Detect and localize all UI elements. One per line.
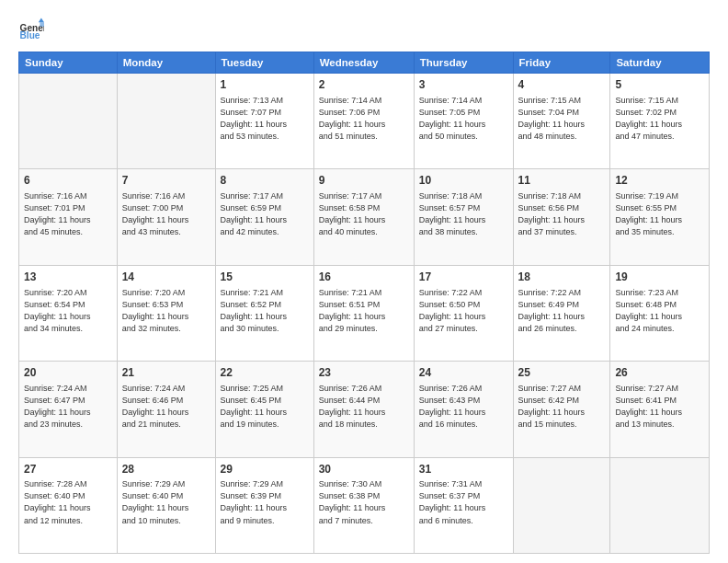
cell-info: Sunrise: 7:25 AM Sunset: 6:45 PM Dayligh… xyxy=(221,383,309,431)
weekday-header-friday: Friday xyxy=(513,52,610,74)
calendar-cell: 14Sunrise: 7:20 AM Sunset: 6:53 PM Dayli… xyxy=(117,265,215,361)
cell-info: Sunrise: 7:20 AM Sunset: 6:54 PM Dayligh… xyxy=(24,287,112,335)
weekday-header-tuesday: Tuesday xyxy=(215,52,313,74)
calendar-cell: 1Sunrise: 7:13 AM Sunset: 7:07 PM Daylig… xyxy=(215,74,313,169)
day-number: 21 xyxy=(122,365,210,381)
cell-info: Sunrise: 7:16 AM Sunset: 7:01 PM Dayligh… xyxy=(24,190,112,238)
day-number: 22 xyxy=(221,365,309,381)
logo-icon: General Blue xyxy=(18,17,44,42)
day-number: 5 xyxy=(615,77,704,93)
cell-info: Sunrise: 7:21 AM Sunset: 6:52 PM Dayligh… xyxy=(221,287,309,335)
day-number: 13 xyxy=(24,270,112,285)
calendar-cell: 25Sunrise: 7:27 AM Sunset: 6:42 PM Dayli… xyxy=(513,362,610,457)
cell-info: Sunrise: 7:22 AM Sunset: 6:49 PM Dayligh… xyxy=(518,287,606,335)
day-number: 4 xyxy=(518,77,606,93)
cell-info: Sunrise: 7:16 AM Sunset: 7:00 PM Dayligh… xyxy=(122,190,210,238)
day-number: 10 xyxy=(419,173,508,189)
cell-info: Sunrise: 7:15 AM Sunset: 7:02 PM Dayligh… xyxy=(615,95,704,143)
weekday-header-wednesday: Wednesday xyxy=(313,52,414,74)
calendar-cell: 29Sunrise: 7:29 AM Sunset: 6:39 PM Dayli… xyxy=(215,457,313,553)
cell-info: Sunrise: 7:31 AM Sunset: 6:37 PM Dayligh… xyxy=(419,478,508,526)
day-number: 8 xyxy=(221,173,309,189)
day-number: 25 xyxy=(518,365,606,381)
calendar-cell xyxy=(19,74,118,169)
svg-text:Blue: Blue xyxy=(20,30,40,40)
day-number: 26 xyxy=(615,365,704,381)
calendar-cell: 20Sunrise: 7:24 AM Sunset: 6:47 PM Dayli… xyxy=(19,362,118,457)
calendar-cell: 9Sunrise: 7:17 AM Sunset: 6:58 PM Daylig… xyxy=(313,169,414,265)
cell-info: Sunrise: 7:23 AM Sunset: 6:48 PM Dayligh… xyxy=(615,287,704,335)
day-number: 12 xyxy=(615,173,704,189)
day-number: 17 xyxy=(419,270,508,285)
calendar-cell: 6Sunrise: 7:16 AM Sunset: 7:01 PM Daylig… xyxy=(19,169,118,265)
cell-info: Sunrise: 7:14 AM Sunset: 7:05 PM Dayligh… xyxy=(419,95,508,143)
cell-info: Sunrise: 7:29 AM Sunset: 6:39 PM Dayligh… xyxy=(221,478,309,526)
calendar-table: SundayMondayTuesdayWednesdayThursdayFrid… xyxy=(18,52,710,554)
cell-info: Sunrise: 7:27 AM Sunset: 6:42 PM Dayligh… xyxy=(518,383,606,431)
calendar-cell: 12Sunrise: 7:19 AM Sunset: 6:55 PM Dayli… xyxy=(610,169,710,265)
day-number: 30 xyxy=(319,462,409,477)
day-number: 9 xyxy=(319,173,409,189)
svg-marker-2 xyxy=(39,18,44,23)
day-number: 6 xyxy=(24,173,112,189)
weekday-header-monday: Monday xyxy=(117,52,215,74)
cell-info: Sunrise: 7:15 AM Sunset: 7:04 PM Dayligh… xyxy=(518,95,606,143)
logo: General Blue xyxy=(18,17,44,42)
calendar-cell: 31Sunrise: 7:31 AM Sunset: 6:37 PM Dayli… xyxy=(414,457,513,553)
day-number: 7 xyxy=(122,173,210,189)
cell-info: Sunrise: 7:26 AM Sunset: 6:43 PM Dayligh… xyxy=(419,383,508,431)
day-number: 19 xyxy=(615,270,704,285)
cell-info: Sunrise: 7:26 AM Sunset: 6:44 PM Dayligh… xyxy=(319,383,409,431)
cell-info: Sunrise: 7:13 AM Sunset: 7:07 PM Dayligh… xyxy=(221,95,309,143)
cell-info: Sunrise: 7:19 AM Sunset: 6:55 PM Dayligh… xyxy=(615,190,704,238)
calendar-cell: 17Sunrise: 7:22 AM Sunset: 6:50 PM Dayli… xyxy=(414,265,513,361)
cell-info: Sunrise: 7:18 AM Sunset: 6:56 PM Dayligh… xyxy=(518,190,606,238)
cell-info: Sunrise: 7:27 AM Sunset: 6:41 PM Dayligh… xyxy=(615,383,704,431)
weekday-header-saturday: Saturday xyxy=(610,52,710,74)
weekday-header-thursday: Thursday xyxy=(414,52,513,74)
calendar-cell: 11Sunrise: 7:18 AM Sunset: 6:56 PM Dayli… xyxy=(513,169,610,265)
cell-info: Sunrise: 7:20 AM Sunset: 6:53 PM Dayligh… xyxy=(122,287,210,335)
calendar-cell: 19Sunrise: 7:23 AM Sunset: 6:48 PM Dayli… xyxy=(610,265,710,361)
day-number: 18 xyxy=(518,270,606,285)
calendar-cell xyxy=(117,74,215,169)
day-number: 20 xyxy=(24,365,112,381)
cell-info: Sunrise: 7:22 AM Sunset: 6:50 PM Dayligh… xyxy=(419,287,508,335)
page-header: General Blue xyxy=(18,17,710,42)
calendar-cell: 15Sunrise: 7:21 AM Sunset: 6:52 PM Dayli… xyxy=(215,265,313,361)
calendar-cell: 26Sunrise: 7:27 AM Sunset: 6:41 PM Dayli… xyxy=(610,362,710,457)
svg-marker-3 xyxy=(40,22,44,27)
cell-info: Sunrise: 7:21 AM Sunset: 6:51 PM Dayligh… xyxy=(319,287,409,335)
cell-info: Sunrise: 7:14 AM Sunset: 7:06 PM Dayligh… xyxy=(319,95,409,143)
calendar-cell: 8Sunrise: 7:17 AM Sunset: 6:59 PM Daylig… xyxy=(215,169,313,265)
calendar-cell: 21Sunrise: 7:24 AM Sunset: 6:46 PM Dayli… xyxy=(117,362,215,457)
calendar-cell: 10Sunrise: 7:18 AM Sunset: 6:57 PM Dayli… xyxy=(414,169,513,265)
cell-info: Sunrise: 7:17 AM Sunset: 6:58 PM Dayligh… xyxy=(319,190,409,238)
calendar-cell: 28Sunrise: 7:29 AM Sunset: 6:40 PM Dayli… xyxy=(117,457,215,553)
calendar-cell: 5Sunrise: 7:15 AM Sunset: 7:02 PM Daylig… xyxy=(610,74,710,169)
day-number: 15 xyxy=(221,270,309,285)
day-number: 3 xyxy=(419,77,508,93)
cell-info: Sunrise: 7:30 AM Sunset: 6:38 PM Dayligh… xyxy=(319,478,409,526)
day-number: 23 xyxy=(319,365,409,381)
cell-info: Sunrise: 7:18 AM Sunset: 6:57 PM Dayligh… xyxy=(419,190,508,238)
weekday-header-sunday: Sunday xyxy=(19,52,118,74)
calendar-cell: 18Sunrise: 7:22 AM Sunset: 6:49 PM Dayli… xyxy=(513,265,610,361)
calendar-cell: 16Sunrise: 7:21 AM Sunset: 6:51 PM Dayli… xyxy=(313,265,414,361)
day-number: 11 xyxy=(518,173,606,189)
cell-info: Sunrise: 7:28 AM Sunset: 6:40 PM Dayligh… xyxy=(24,478,112,526)
calendar-cell xyxy=(513,457,610,553)
day-number: 16 xyxy=(319,270,409,285)
day-number: 31 xyxy=(419,462,508,477)
day-number: 24 xyxy=(419,365,508,381)
cell-info: Sunrise: 7:24 AM Sunset: 6:46 PM Dayligh… xyxy=(122,383,210,431)
cell-info: Sunrise: 7:24 AM Sunset: 6:47 PM Dayligh… xyxy=(24,383,112,431)
calendar-cell: 7Sunrise: 7:16 AM Sunset: 7:00 PM Daylig… xyxy=(117,169,215,265)
cell-info: Sunrise: 7:29 AM Sunset: 6:40 PM Dayligh… xyxy=(122,478,210,526)
calendar-cell: 13Sunrise: 7:20 AM Sunset: 6:54 PM Dayli… xyxy=(19,265,118,361)
day-number: 27 xyxy=(24,462,112,477)
calendar-cell: 3Sunrise: 7:14 AM Sunset: 7:05 PM Daylig… xyxy=(414,74,513,169)
day-number: 2 xyxy=(319,77,409,93)
calendar-cell: 22Sunrise: 7:25 AM Sunset: 6:45 PM Dayli… xyxy=(215,362,313,457)
calendar-cell: 4Sunrise: 7:15 AM Sunset: 7:04 PM Daylig… xyxy=(513,74,610,169)
